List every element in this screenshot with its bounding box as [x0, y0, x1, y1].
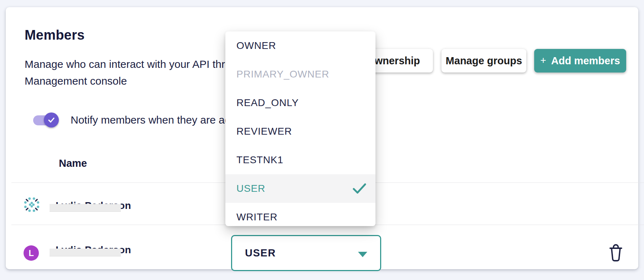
role-option-user[interactable]: USER	[225, 174, 375, 203]
role-option-label: PRIMARY_OWNER	[236, 69, 329, 80]
add-members-button[interactable]: + Add members	[534, 49, 626, 72]
avatar-initial: L	[29, 248, 34, 258]
toggle-thumb	[44, 112, 59, 128]
role-option-primary-owner: PRIMARY_OWNER	[225, 60, 375, 89]
name-redaction-overlay	[50, 249, 121, 256]
plus-icon: +	[540, 55, 546, 66]
role-option-owner[interactable]: OWNER	[225, 31, 375, 60]
role-menu: OWNER PRIMARY_OWNER READ_ONLY REVIEWER T…	[225, 31, 375, 226]
role-option-read-only[interactable]: READ_ONLY	[225, 89, 375, 117]
trash-icon	[607, 244, 624, 262]
role-option-label: READ_ONLY	[236, 97, 299, 109]
role-select[interactable]: USER	[231, 235, 381, 271]
name-redaction-overlay	[50, 204, 121, 212]
avatar: L	[24, 245, 39, 261]
add-members-label: Add members	[551, 55, 620, 67]
role-option-label: TESTNK1	[236, 154, 283, 166]
role-option-reviewer[interactable]: REVIEWER	[225, 117, 375, 146]
page-title: Members	[25, 28, 85, 43]
role-option-label: OWNER	[236, 40, 276, 51]
chevron-down-icon	[358, 252, 367, 257]
role-option-label: REVIEWER	[236, 126, 292, 137]
role-select-value: USER	[245, 247, 276, 259]
notify-members-toggle[interactable]	[33, 112, 59, 128]
role-option-testnk1[interactable]: TESTNK1	[225, 146, 375, 174]
manage-groups-label: Manage groups	[446, 55, 522, 67]
role-option-label: USER	[236, 183, 265, 194]
delete-member-button[interactable]	[606, 243, 625, 263]
selected-check-icon	[353, 183, 366, 194]
check-icon	[47, 116, 56, 124]
group-avatar-icon	[23, 196, 40, 213]
manage-groups-button[interactable]: Manage groups	[441, 49, 526, 72]
role-option-label: WRITER	[236, 211, 277, 223]
role-option-writer[interactable]: WRITER	[225, 203, 375, 226]
name-column-header: Name	[59, 158, 87, 169]
